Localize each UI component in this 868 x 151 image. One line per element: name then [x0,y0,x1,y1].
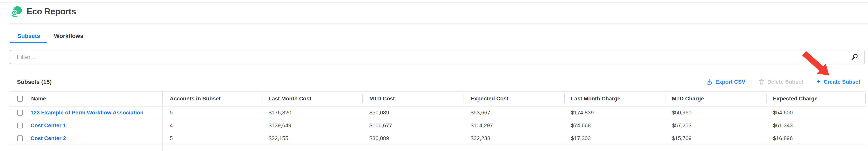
export-csv-label: Export CSV [715,79,745,85]
table-row: 123 Example of Perm Workflow Association… [10,107,866,119]
mtd-charge-cell: $15,769 [665,132,767,145]
table-header-row: Name Accounts in Subset Last Month Cost … [10,91,866,107]
subset-name-link[interactable]: 123 Example of Perm Workflow Association [31,110,144,116]
export-csv-button[interactable]: Export CSV [706,79,745,85]
tabs-bottom-line [10,42,868,43]
list-header: Subsets (15) Export CSV [17,78,860,86]
accounts-cell: 4 [163,119,262,132]
filter-input[interactable] [10,51,851,64]
download-icon [706,79,712,85]
column-label-mtd-cost: MTD Cost [363,91,464,105]
trash-icon [758,79,765,85]
search-icon[interactable] [851,54,858,61]
last-month-cost-cell: $139,649 [262,119,363,132]
mtd-charge-cell: $50,960 [665,107,767,119]
row-name-cell: Cost Center 1 [10,119,163,132]
last-month-charge-cell: $17,303 [564,132,665,145]
expected-cost-cell: $114,297 [464,119,564,132]
toolbar-actions: Export CSV Delete Subset + Create Subset [706,79,860,85]
create-subset-label: Create Subset [824,79,860,85]
table-row: Cost Center 1 4 $139,649 $106,677 $114,2… [10,119,866,132]
accounts-cell: 5 [163,132,262,145]
last-month-cost-cell: $176,820 [262,107,363,119]
subset-name-link[interactable]: Cost Center 1 [31,122,66,129]
last-month-cost-cell: $32,155 [262,132,363,145]
delete-subset-label: Delete Subset [767,79,803,85]
delete-subset-button[interactable]: Delete Subset [758,79,803,85]
eco-logo-icon [11,6,22,17]
mtd-cost-cell: $106,677 [363,119,464,132]
row-checkbox[interactable] [17,135,23,141]
name-column-divider-tail [10,145,163,151]
row-checkbox[interactable] [17,123,23,128]
header-divider [10,24,868,24]
last-month-charge-cell: $74,668 [564,119,665,132]
row-name-cell: Cost Center 2 [10,132,163,145]
expected-cost-cell: $32,238 [464,132,564,145]
mtd-cost-cell: $50,089 [363,107,464,119]
top-hairline [0,2,868,3]
subsets-count-heading: Subsets (15) [17,79,52,85]
eco-reports-page: Eco Reports Subsets Workflows Subsets (1… [0,0,868,151]
expected-cost-cell: $53,667 [464,107,564,119]
accounts-cell: 5 [163,107,262,119]
column-label-mtd-charge: MTD Charge [665,91,767,105]
column-label-accounts: Accounts in Subset [163,91,262,105]
tab-subsets[interactable]: Subsets [10,30,47,42]
expected-charge-cell: $54,600 [767,107,866,119]
create-subset-button[interactable]: + Create Subset [817,79,860,85]
expected-charge-cell: $61,343 [767,119,866,132]
page-title: Eco Reports [27,7,76,16]
column-label-last-month-charge: Last Month Charge [564,91,665,105]
column-label-expected-cost: Expected Cost [464,91,564,105]
active-tab-underline [10,42,47,43]
mtd-cost-cell: $30,089 [363,132,464,145]
row-name-cell: 123 Example of Perm Workflow Association [10,107,163,119]
plus-icon: + [817,78,821,85]
table-row: Cost Center 2 5 $32,155 $30,089 $32,238 … [10,132,866,145]
mtd-charge-cell: $57,253 [665,119,767,132]
subset-name-link[interactable]: Cost Center 2 [31,135,66,142]
column-label-name: Name [31,95,46,102]
column-label-last-month-cost: Last Month Cost [262,91,363,105]
filter-container [10,50,865,64]
expected-charge-cell: $16,896 [767,132,866,145]
column-label-expected-charge: Expected Charge [767,91,866,105]
tab-workflows[interactable]: Workflows [52,30,85,42]
row-checkbox[interactable] [17,110,23,116]
select-all-checkbox[interactable] [17,96,23,101]
subsets-table: Name Accounts in Subset Last Month Cost … [10,91,866,151]
app-header: Eco Reports [11,6,76,17]
table-header-name: Name [10,91,163,105]
last-month-charge-cell: $174,839 [564,107,665,119]
